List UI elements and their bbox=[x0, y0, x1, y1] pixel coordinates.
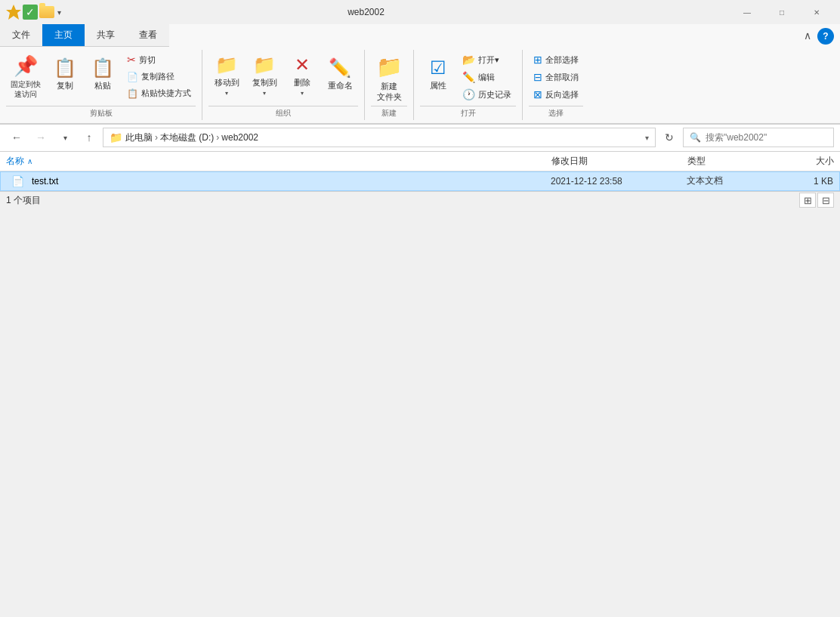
properties-button[interactable]: ☑ 属性 bbox=[420, 51, 456, 97]
details-view-button[interactable]: ⊞ bbox=[799, 193, 816, 208]
rename-button[interactable]: ✏️ 重命名 bbox=[322, 51, 358, 97]
open-icon: 📂 bbox=[462, 54, 475, 66]
organize-buttons: 📁 移动到 ▾ 📁 复制到 ▾ ✕ 删除 ▾ ✏️ bbox=[208, 51, 358, 106]
invert-icon: ⊠ bbox=[533, 88, 542, 100]
tab-view[interactable]: 查看 bbox=[127, 24, 169, 46]
path-sep-1: › bbox=[155, 132, 158, 143]
copy-button[interactable]: 📋 复制 bbox=[47, 51, 83, 97]
path-segment-folder: web2002 bbox=[221, 132, 258, 143]
ribbon-tabs-row: 文件 主页 共享 查看 ∧ ? bbox=[0, 24, 840, 47]
paste-label: 粘贴 bbox=[94, 80, 111, 91]
move-icon: 📁 bbox=[215, 54, 238, 76]
delete-icon: ✕ bbox=[295, 54, 310, 76]
sort-arrow: ∧ bbox=[27, 157, 32, 165]
file-name: test.txt bbox=[32, 176, 58, 187]
refresh-button[interactable]: ↻ bbox=[659, 127, 680, 148]
status-text: 1 个项目 bbox=[6, 194, 799, 207]
close-button[interactable]: ✕ bbox=[799, 0, 834, 24]
history-button[interactable]: 🕐 历史记录 bbox=[458, 86, 516, 103]
copy-to-arrow-icon: ▾ bbox=[263, 90, 266, 97]
open-small-col: 📂 打开▾ ✏️ 编辑 🕐 历史记录 bbox=[458, 51, 516, 103]
delete-label: 删除 bbox=[294, 77, 310, 88]
deselect-icon: ⊟ bbox=[533, 71, 542, 83]
invert-label: 反向选择 bbox=[545, 89, 579, 100]
copy-label: 复制 bbox=[57, 80, 73, 91]
path-segment-pc: 此电脑 bbox=[125, 131, 153, 144]
tab-file[interactable]: 文件 bbox=[0, 24, 42, 46]
cut-button[interactable]: ✂ 剪切 bbox=[122, 51, 196, 68]
open-button[interactable]: 📂 打开▾ bbox=[458, 51, 516, 68]
ribbon-group-new: 📁 新建文件夹 新建 bbox=[365, 50, 414, 120]
tab-share[interactable]: 共享 bbox=[85, 24, 127, 46]
invert-select-button[interactable]: ⊠ 反向选择 bbox=[529, 86, 583, 103]
table-row[interactable]: 📄 test.txt 2021-12-12 23:58 文本文档 1 KB bbox=[0, 171, 840, 191]
ribbon-group-organize: 📁 移动到 ▾ 📁 复制到 ▾ ✕ 删除 ▾ ✏️ bbox=[202, 50, 365, 120]
file-txt-icon: 📄 bbox=[11, 175, 24, 187]
open-label: 打开▾ bbox=[478, 54, 499, 66]
path-folder-icon: 📁 bbox=[110, 131, 122, 143]
column-size[interactable]: 大小 bbox=[780, 152, 840, 171]
view-buttons: ⊞ ⊟ bbox=[799, 193, 834, 208]
new-folder-label: 新建文件夹 bbox=[377, 81, 402, 103]
path-dropdown-arrow[interactable]: ▾ bbox=[645, 134, 649, 142]
move-label: 移动到 bbox=[215, 77, 239, 88]
cut-icon: ✂ bbox=[127, 54, 136, 66]
rename-label: 重命名 bbox=[328, 80, 353, 91]
help-button[interactable]: ? bbox=[817, 28, 834, 45]
maximize-button[interactable]: □ bbox=[764, 0, 799, 24]
large-icons-button[interactable]: ⊟ bbox=[817, 193, 834, 208]
open-buttons: ☑ 属性 📂 打开▾ ✏️ 编辑 🕐 历史记录 bbox=[420, 51, 516, 106]
cut-label: 剪切 bbox=[139, 54, 156, 66]
tab-home[interactable]: 主页 bbox=[42, 24, 85, 46]
copy-to-button[interactable]: 📁 复制到 ▾ bbox=[246, 51, 283, 100]
deselect-label: 全部取消 bbox=[545, 72, 579, 83]
new-folder-icon: 📁 bbox=[376, 54, 403, 79]
copy-path-button[interactable]: 📄 复制路径 bbox=[122, 69, 196, 85]
select-all-button[interactable]: ⊞ 全部选择 bbox=[529, 51, 583, 68]
properties-label: 属性 bbox=[430, 80, 446, 91]
file-size-cell: 1 KB bbox=[779, 173, 839, 190]
path-segment-disk: 本地磁盘 (D:) bbox=[160, 131, 214, 144]
paste-button[interactable]: 📋 粘贴 bbox=[85, 51, 121, 97]
minimize-button[interactable]: — bbox=[730, 0, 764, 24]
clipboard-buttons: 📌 固定到快速访问 📋 复制 📋 粘贴 ✂ 剪切 bbox=[6, 51, 196, 106]
up-button[interactable]: ↑ bbox=[79, 127, 100, 148]
back-button[interactable]: ← bbox=[6, 127, 27, 148]
pin-to-access-button[interactable]: 📌 固定到快速访问 bbox=[6, 51, 45, 102]
path-sep-2: › bbox=[216, 132, 219, 143]
edit-button[interactable]: ✏️ 编辑 bbox=[458, 69, 516, 85]
move-to-button[interactable]: 📁 移动到 ▾ bbox=[208, 51, 245, 100]
delete-arrow-icon: ▾ bbox=[301, 90, 304, 97]
rename-icon: ✏️ bbox=[329, 57, 351, 79]
select-all-label: 全部选择 bbox=[545, 54, 579, 66]
ribbon-collapse-icon[interactable]: ∧ bbox=[804, 29, 811, 42]
name-col-label: 名称 bbox=[6, 155, 24, 168]
new-buttons: 📁 新建文件夹 bbox=[371, 51, 407, 106]
folder-icon bbox=[39, 6, 54, 18]
address-path[interactable]: 📁 此电脑 › 本地磁盘 (D:) › web2002 ▾ bbox=[103, 128, 656, 147]
status-bar: 1 个项目 ⊞ ⊟ bbox=[0, 191, 840, 209]
search-box: 🔍 bbox=[683, 128, 834, 147]
paste-shortcut-button[interactable]: 📋 粘贴快捷方式 bbox=[122, 85, 196, 101]
file-container: 📄 test.txt 2021-12-12 23:58 文本文档 1 KB bbox=[0, 171, 840, 191]
deselect-button[interactable]: ⊟ 全部取消 bbox=[529, 69, 583, 85]
organize-group-label: 组织 bbox=[208, 106, 358, 119]
open-group-label: 打开 bbox=[420, 106, 516, 119]
history-icon: 🕐 bbox=[462, 88, 475, 100]
ribbon-group-clipboard: 📌 固定到快速访问 📋 复制 📋 粘贴 ✂ 剪切 bbox=[0, 50, 202, 120]
column-type[interactable]: 类型 bbox=[681, 152, 780, 171]
file-date-cell: 2021-12-12 23:58 bbox=[545, 173, 681, 190]
new-folder-button[interactable]: 📁 新建文件夹 bbox=[371, 51, 407, 106]
forward-button[interactable]: → bbox=[30, 127, 51, 148]
window-controls: — □ ✕ bbox=[730, 0, 834, 24]
ribbon-content: 📌 固定到快速访问 📋 复制 📋 粘贴 ✂ 剪切 bbox=[0, 47, 840, 124]
recent-locations-button[interactable]: ▾ bbox=[54, 127, 76, 148]
ribbon: 文件 主页 共享 查看 ∧ ? 📌 固定到快速访问 📋 复制 bbox=[0, 24, 840, 125]
delete-button[interactable]: ✕ 删除 ▾ bbox=[284, 51, 320, 100]
column-name[interactable]: 名称 ∧ bbox=[0, 152, 545, 171]
copy-path-label: 复制路径 bbox=[141, 71, 174, 82]
search-input[interactable] bbox=[706, 132, 827, 143]
new-group-label: 新建 bbox=[371, 106, 407, 119]
column-date[interactable]: 修改日期 bbox=[545, 152, 681, 171]
ribbon-tabs: 文件 主页 共享 查看 bbox=[0, 24, 169, 47]
